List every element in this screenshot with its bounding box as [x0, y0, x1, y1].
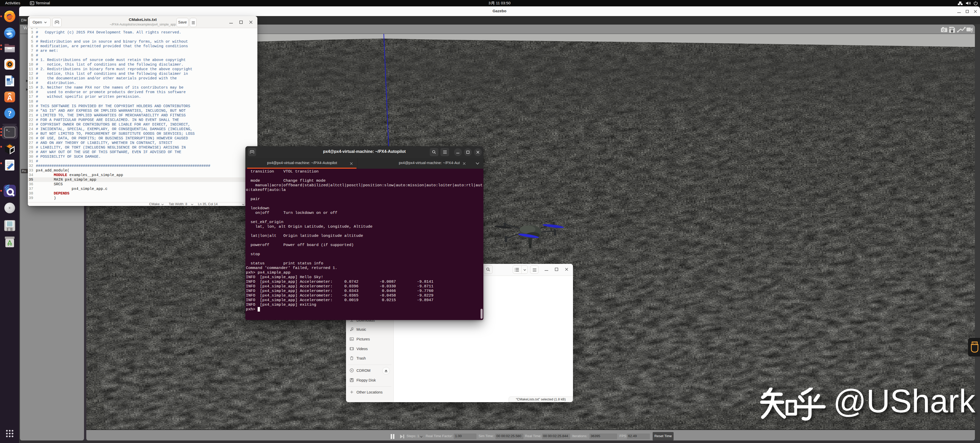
svg-text:LOG: LOG: [950, 27, 954, 30]
svg-text:>_: >_: [6, 129, 10, 132]
svg-text:?: ?: [8, 109, 12, 117]
svg-text:A: A: [7, 94, 12, 102]
